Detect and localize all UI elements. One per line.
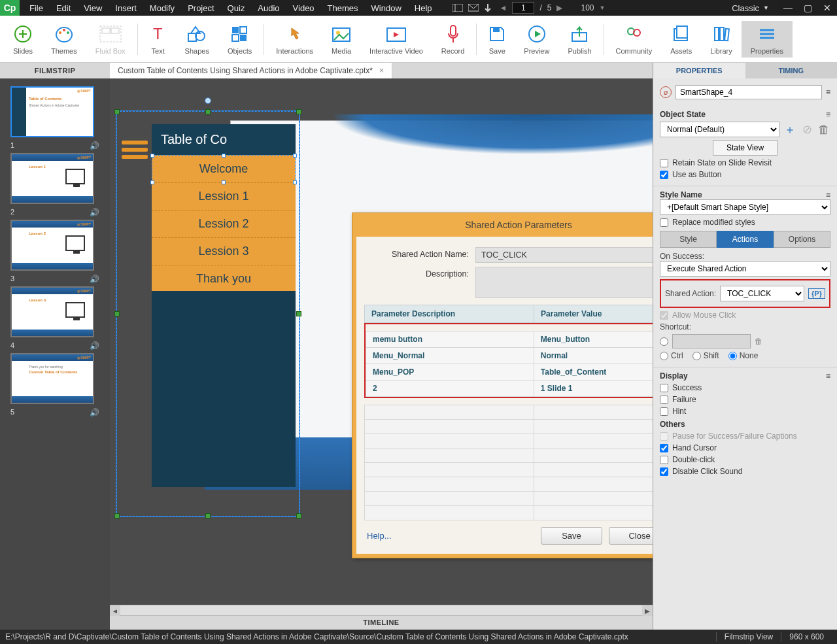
document-tab[interactable]: Custom Table of Contents Using Shared Ac… xyxy=(110,63,392,78)
resize-handle[interactable] xyxy=(205,109,211,114)
panel-menu-icon[interactable]: ≡ xyxy=(826,88,830,97)
window-close-button[interactable]: ✕ xyxy=(817,0,837,16)
none-radio[interactable]: None xyxy=(728,351,759,360)
ribbon-objects[interactable]: Objects xyxy=(218,21,261,58)
toc-item[interactable]: Lession 1 xyxy=(152,183,296,211)
menu-view[interactable]: View xyxy=(78,1,108,16)
thumb-3[interactable]: ◎ SWIPTLesson 2 3🔊 xyxy=(4,220,106,282)
resize-handle[interactable] xyxy=(296,311,301,316)
dialog-close-button[interactable]: Close xyxy=(609,527,653,545)
trash-icon[interactable]: 🗑 xyxy=(817,123,830,136)
mail-icon[interactable] xyxy=(468,4,479,12)
resize-handle[interactable] xyxy=(114,513,120,518)
subtab-actions[interactable]: Actions xyxy=(717,231,774,248)
menu-project[interactable]: Project xyxy=(182,1,220,16)
hand-cursor-checkbox[interactable]: Hand Cursor xyxy=(660,443,830,452)
ribbon-interactions[interactable]: Interactions xyxy=(267,21,322,58)
scroll-left-icon[interactable]: ◄ xyxy=(110,605,120,616)
hamburger-shape[interactable] xyxy=(122,137,148,162)
toc-item-welcome[interactable]: Welcome xyxy=(152,155,296,183)
stage-scrollbar[interactable]: ◄ ▶ xyxy=(110,605,653,615)
ribbon-save[interactable]: Save xyxy=(479,21,515,58)
resize-handle[interactable] xyxy=(296,109,301,114)
resize-handle[interactable] xyxy=(205,513,211,518)
state-view-button[interactable]: State View xyxy=(713,140,777,156)
resize-handle[interactable] xyxy=(114,311,120,316)
shift-radio[interactable]: Shift xyxy=(692,351,719,360)
param-row[interactable]: Menu_NormalNormal xyxy=(366,348,653,364)
tab-properties[interactable]: PROPERTIES xyxy=(653,63,745,78)
next-page-icon[interactable]: ▶ xyxy=(556,3,562,12)
use-as-button-checkbox[interactable]: Use as Button xyxy=(660,170,830,179)
menu-audio[interactable]: Audio xyxy=(252,1,285,16)
dialog-save-button[interactable]: Save xyxy=(541,527,602,545)
ribbon-library[interactable]: Library xyxy=(701,21,742,58)
on-success-select[interactable]: Execute Shared Action xyxy=(660,261,830,277)
trash-icon[interactable]: 🗑 xyxy=(755,337,762,346)
rotate-handle[interactable] xyxy=(205,97,211,104)
help-link[interactable]: Help... xyxy=(367,531,392,541)
param-row[interactable]: 21 Slide 1 xyxy=(366,381,653,397)
action-name-field[interactable]: TOC_CLICK xyxy=(475,247,653,263)
ribbon-properties[interactable]: Properties xyxy=(742,21,793,58)
toc-item[interactable]: Thank you xyxy=(152,265,296,293)
timeline-header[interactable]: TIMELINE xyxy=(110,615,653,630)
filmstrip-thumbs[interactable]: ◎ SWIPTTable of ContentsShared Actions i… xyxy=(0,78,110,630)
failure-checkbox[interactable]: Failure xyxy=(660,395,830,404)
ribbon-media[interactable]: Media xyxy=(322,21,360,58)
thumb-5[interactable]: ◎ SWIPTThank you for watchingCustom Tabl… xyxy=(4,353,106,416)
ribbon-themes[interactable]: Themes xyxy=(42,21,86,58)
subtab-style[interactable]: Style xyxy=(660,231,717,248)
window-minimize-button[interactable]: — xyxy=(778,0,798,16)
zoom-dropdown-icon[interactable]: ▼ xyxy=(600,5,606,11)
shortcut-input[interactable] xyxy=(672,334,751,348)
menu-help[interactable]: Help xyxy=(409,1,438,16)
shortcut-radio[interactable] xyxy=(660,337,668,346)
menu-quiz[interactable]: Quiz xyxy=(222,1,251,16)
page-number-input[interactable]: 1 xyxy=(512,2,534,14)
thumb-2[interactable]: ◎ SWIPTLesson 1 2🔊 xyxy=(4,153,106,216)
workspace-switcher[interactable]: Classic▼ xyxy=(723,3,778,13)
tab-close-icon[interactable]: × xyxy=(379,66,384,75)
ribbon-text[interactable]: TText xyxy=(141,21,176,58)
thumb-1[interactable]: ◎ SWIPTTable of ContentsShared Actions i… xyxy=(4,86,106,149)
hint-checkbox[interactable]: Hint xyxy=(660,407,830,416)
toc-item[interactable]: Lession 3 xyxy=(152,238,296,265)
description-field[interactable] xyxy=(475,267,653,298)
ribbon-preview[interactable]: Preview xyxy=(515,21,558,58)
object-name-input[interactable] xyxy=(675,85,822,99)
toc-item[interactable]: Lession 2 xyxy=(152,211,296,238)
menu-insert[interactable]: Insert xyxy=(109,1,143,16)
param-row[interactable]: Menu_POPTable_of_Content xyxy=(366,364,653,381)
prev-page-icon[interactable]: ◄ xyxy=(500,3,507,12)
retain-state-checkbox[interactable]: Retain State on Slide Revisit xyxy=(660,158,830,167)
col-description[interactable]: Parameter Description xyxy=(365,305,534,323)
param-row[interactable]: memu buttonMenu_button xyxy=(366,331,653,348)
menu-file[interactable]: File xyxy=(24,1,49,16)
panel-menu-icon[interactable]: ≡ xyxy=(826,371,830,381)
stage[interactable]: BA Table of Co Welcome xyxy=(110,78,653,605)
thumb-4[interactable]: ◎ SWIPTLesson 3 4🔊 xyxy=(4,286,106,349)
disable-sound-checkbox[interactable]: Disable Click Sound xyxy=(660,467,830,476)
download-icon[interactable] xyxy=(484,4,494,12)
double-click-checkbox[interactable]: Double-click xyxy=(660,455,830,464)
visibility-icon[interactable]: ø xyxy=(660,86,672,98)
menu-edit[interactable]: Edit xyxy=(50,1,77,16)
window-maximize-button[interactable]: ▢ xyxy=(798,0,817,16)
menu-themes[interactable]: Themes xyxy=(322,1,364,16)
resize-handle[interactable] xyxy=(296,513,301,518)
ctrl-radio[interactable]: Ctrl xyxy=(660,351,683,360)
ribbon-community[interactable]: Community xyxy=(607,21,662,58)
ribbon-slides[interactable]: Slides xyxy=(4,21,42,58)
ribbon-assets[interactable]: Assets xyxy=(661,21,701,58)
menu-window[interactable]: Window xyxy=(366,1,407,16)
ribbon-publish[interactable]: Publish xyxy=(558,21,600,58)
replace-styles-checkbox[interactable]: Replace modified styles xyxy=(660,218,830,227)
style-select[interactable]: +[Default Smart Shape Style] xyxy=(660,199,830,215)
panel-menu-icon[interactable]: ≡ xyxy=(826,190,830,199)
col-value[interactable]: Parameter Value xyxy=(534,305,653,323)
ribbon-ivideo[interactable]: Interactive Video xyxy=(360,21,432,58)
layout-icon[interactable] xyxy=(453,4,463,12)
add-state-icon[interactable]: ＋ xyxy=(783,123,796,136)
tab-timing[interactable]: TIMING xyxy=(745,63,838,78)
